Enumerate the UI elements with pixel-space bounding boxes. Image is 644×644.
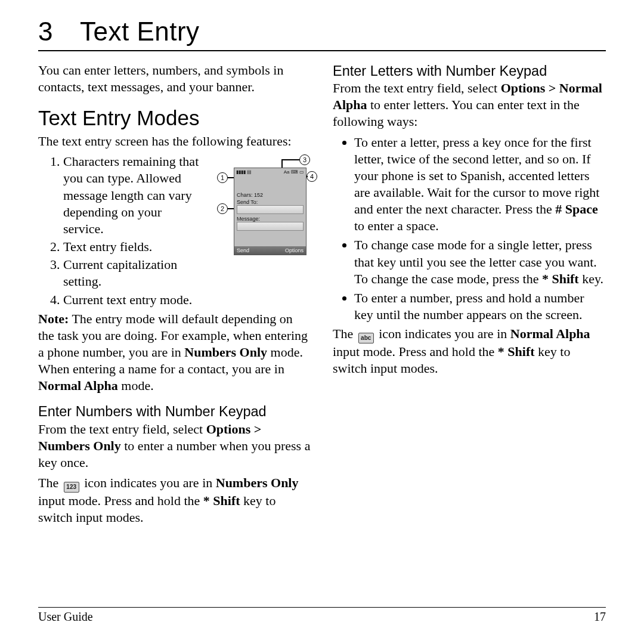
left-column: You can enter letters, numbers, and symb… [38, 62, 311, 530]
feature-item: Current text entry mode. [63, 292, 311, 308]
subsection-heading-letters: Enter Letters with Number Keypad [333, 62, 606, 80]
chapter-number: 3 [38, 17, 80, 47]
key-name: * Shift [542, 271, 579, 286]
mode-icons: Aa ⌨ ▭ [284, 168, 304, 177]
mode-name: Normal Alpha [510, 326, 590, 341]
text: icon indicates you are in [376, 326, 510, 341]
text-entry-diagram: 1 2 3 4 ▮▮▮▮ ▤ Aa ⌨ ▭ Chars: 152 [210, 156, 311, 257]
message-field [237, 222, 304, 231]
note-bold: Normal Alpha [38, 378, 118, 393]
callout-1: 1 [217, 172, 228, 183]
key-name: * Shift [498, 344, 535, 359]
right-column: Enter Letters with Number Keypad From th… [333, 62, 606, 530]
mode-name: Numbers Only [216, 475, 299, 490]
phone-mockup: ▮▮▮▮ ▤ Aa ⌨ ▭ Chars: 152 Send To: Messag… [234, 168, 306, 255]
list-item: To enter a letter, press a key once for … [354, 134, 606, 235]
text: From the text entry field, select [333, 80, 501, 95]
chapter-rule [38, 50, 606, 51]
note-bold: Numbers Only [184, 345, 267, 360]
footer-rule [38, 607, 606, 608]
letters-paragraph-1: From the text entry field, select Option… [333, 80, 606, 130]
text: To enter a number, press and hold a numb… [354, 290, 584, 322]
alpha-mode-icon: abc [358, 333, 374, 343]
letters-bullet-list: To enter a letter, press a key once for … [333, 134, 606, 324]
text: to enter a space. [354, 218, 439, 233]
text: key. [579, 271, 603, 286]
subsection-heading-numbers: Enter Numbers with Number Keypad [38, 402, 311, 420]
text: input mode. Press and hold the [333, 344, 498, 359]
page-footer: User Guide 17 [38, 607, 606, 624]
phone-statusbar: ▮▮▮▮ ▤ Aa ⌨ ▭ [234, 168, 306, 177]
text: input mode. Press and hold the [38, 493, 203, 508]
text: The [333, 326, 357, 341]
list-item: To change case mode for a single letter,… [354, 237, 606, 287]
sendto-label: Send To: [237, 199, 258, 205]
message-label: Message: [237, 216, 260, 222]
text: to enter letters. You can enter text in … [333, 97, 580, 129]
note-text: mode. [118, 378, 154, 393]
phone-softkey-bar: Send Options [234, 246, 306, 255]
page: 3Text Entry You can enter letters, numbe… [0, 0, 644, 644]
numbers-paragraph-1: From the text entry field, select Option… [38, 421, 311, 471]
signal-icon: ▮▮▮▮ ▤ [236, 168, 252, 177]
text: icon indicates you are in [81, 475, 216, 490]
modes-lead: The text entry screen has the following … [38, 133, 311, 150]
chars-remaining-label: Chars: 152 [237, 192, 263, 198]
callout-2: 2 [217, 203, 228, 214]
callout-4: 4 [306, 171, 317, 182]
list-item: To enter a number, press and hold a numb… [354, 290, 606, 323]
numbers-paragraph-2: The 123 icon indicates you are in Number… [38, 475, 311, 526]
section-heading-modes: Text Entry Modes [38, 105, 311, 132]
note-paragraph: Note: The entry mode will default depend… [38, 311, 311, 395]
numbers-mode-icon: 123 [64, 482, 79, 493]
footer-left: User Guide [38, 610, 93, 624]
key-name: * Shift [203, 493, 240, 508]
intro-paragraph: You can enter letters, numbers, and symb… [38, 62, 311, 95]
feature-item: Current capitalization setting. [63, 256, 311, 290]
letters-paragraph-2: The abc icon indicates you are in Normal… [333, 326, 606, 377]
text: From the text entry field, select [38, 422, 206, 436]
softkey-left: Send [237, 246, 249, 255]
chapter-title: Text Entry [80, 17, 200, 46]
chapter-heading: 3Text Entry [38, 17, 606, 47]
callout-3-lead-h [281, 159, 299, 160]
callout-3: 3 [299, 154, 310, 165]
softkey-right: Options [285, 246, 304, 255]
sendto-field [237, 205, 304, 214]
footer-page-number: 17 [594, 610, 606, 624]
content-columns: You can enter letters, numbers, and symb… [38, 62, 606, 530]
key-name: # Space [555, 202, 598, 216]
text: The [38, 475, 62, 490]
note-label: Note: [38, 311, 69, 326]
